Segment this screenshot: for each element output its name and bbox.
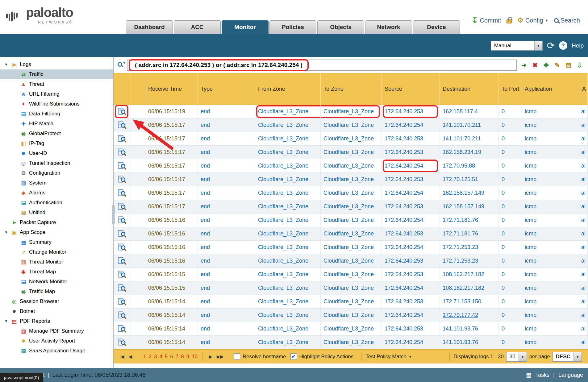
cell-action[interactable]: al bbox=[579, 132, 588, 145]
cell-source[interactable]: 172.64.240.253 bbox=[382, 295, 440, 308]
cell-from-zone[interactable]: Cloudflare_L3_Zone bbox=[255, 281, 321, 295]
cell-action[interactable]: al bbox=[579, 295, 588, 308]
cell-to-zone[interactable]: Cloudflare_L3_Zone bbox=[321, 159, 382, 172]
sidebar-item-unified[interactable]: ▦Unified bbox=[0, 208, 113, 218]
cell-source[interactable]: 172.64.240.253 bbox=[382, 227, 440, 240]
cell-to-zone[interactable]: Cloudflare_L3_Zone bbox=[321, 295, 382, 308]
cell-type[interactable]: end bbox=[198, 254, 255, 268]
sidebar-item-url-filtering[interactable]: ⊕URL Filtering bbox=[0, 89, 113, 99]
lock-icon[interactable] bbox=[507, 19, 512, 23]
cell-action[interactable]: al bbox=[579, 322, 588, 335]
export-logs-icon[interactable]: ⇩ bbox=[575, 61, 584, 69]
column-header-source[interactable]: Source bbox=[382, 73, 440, 105]
cell-source[interactable]: 172.64.240.253 bbox=[382, 173, 440, 186]
cell-destination[interactable]: 162.158.234.19 bbox=[440, 146, 499, 159]
refresh-icon[interactable]: ⟳ bbox=[547, 41, 555, 50]
column-header-to-port[interactable]: To Port bbox=[499, 73, 522, 105]
expand-collapse-triangle-icon[interactable]: ▼ bbox=[4, 230, 10, 235]
cell-action[interactable]: al bbox=[579, 227, 588, 240]
tab-policies[interactable]: Policies bbox=[269, 20, 316, 34]
cell-source[interactable]: 172.64.240.254 bbox=[382, 309, 440, 322]
sidebar-item-app-scope[interactable]: ▼▣App Scope bbox=[0, 227, 113, 237]
cell-action[interactable]: al bbox=[579, 105, 588, 118]
log-detail-magnifier-icon[interactable] bbox=[114, 200, 131, 213]
cell-type[interactable]: end bbox=[198, 159, 255, 172]
sidebar-item-threat-map[interactable]: ◉Threat Map bbox=[0, 267, 113, 277]
cell-to-zone[interactable]: Cloudflare_L3_Zone bbox=[321, 227, 382, 240]
cell-type[interactable]: end bbox=[198, 105, 255, 118]
cell-type[interactable]: end bbox=[198, 186, 255, 200]
page-number-6[interactable]: 6 bbox=[170, 354, 173, 359]
cell-to-port[interactable]: 0 bbox=[499, 105, 522, 118]
tab-objects[interactable]: Objects bbox=[317, 20, 364, 34]
cell-source[interactable]: 172.64.240.253 bbox=[382, 254, 440, 268]
cell-action[interactable]: al bbox=[579, 254, 588, 268]
log-detail-magnifier-icon[interactable] bbox=[114, 132, 131, 145]
cell-action[interactable]: al bbox=[579, 146, 588, 159]
cell-from-zone[interactable]: Cloudflare_L3_Zone bbox=[255, 309, 321, 322]
page-number-8[interactable]: 8 bbox=[181, 354, 184, 359]
page-number-1[interactable]: 1 bbox=[143, 354, 146, 359]
cell-to-port[interactable]: 0 bbox=[499, 200, 522, 213]
cell-to-zone[interactable]: Cloudflare_L3_Zone bbox=[321, 241, 382, 254]
cell-application[interactable]: icmp bbox=[522, 268, 579, 281]
add-filter-expression-icon[interactable]: ✚ bbox=[542, 61, 550, 69]
log-detail-magnifier-icon[interactable] bbox=[114, 254, 131, 268]
cell-from-zone[interactable]: Cloudflare_L3_Zone bbox=[255, 336, 321, 349]
column-header-type[interactable]: Type bbox=[198, 73, 255, 105]
per-page-select[interactable]: 30 ▼ bbox=[506, 352, 527, 362]
cell-type[interactable]: end bbox=[198, 214, 255, 227]
sidebar-item-change-monitor[interactable]: ↗Change Monitor bbox=[0, 247, 113, 257]
sidebar-item-traffic-map[interactable]: ◉Traffic Map bbox=[0, 287, 113, 297]
page-number-3[interactable]: 3 bbox=[154, 354, 157, 359]
cell-type[interactable]: end bbox=[198, 336, 255, 349]
apply-filter-icon[interactable]: ➜ bbox=[520, 61, 528, 69]
log-detail-magnifier-icon[interactable] bbox=[114, 186, 131, 200]
log-filter-input[interactable]: ( addr.src in 172.64.240.253 ) or ( addr… bbox=[127, 60, 517, 71]
cell-source[interactable]: 172.64.240.254 bbox=[382, 118, 440, 132]
sidebar-item-session-browser[interactable]: ◎Session Browser bbox=[0, 297, 113, 306]
cell-to-port[interactable]: 0 bbox=[499, 159, 522, 172]
highlight-policy-actions-checkbox[interactable]: ✔ bbox=[290, 353, 297, 360]
sidebar-item-authentication[interactable]: ▤Authentication bbox=[0, 198, 113, 208]
sidebar-item-manage-pdf-summary[interactable]: ▥Manage PDF Summary bbox=[0, 326, 113, 336]
cell-source[interactable]: 172.64.240.254 bbox=[382, 241, 440, 254]
cell-type[interactable]: end bbox=[198, 118, 255, 132]
cell-destination[interactable]: 172.71.181.76 bbox=[440, 214, 499, 227]
sidebar-item-user-id[interactable]: ☻User-ID bbox=[0, 148, 113, 158]
cell-to-zone[interactable]: Cloudflare_L3_Zone bbox=[321, 214, 382, 227]
log-detail-magnifier-icon[interactable] bbox=[114, 268, 131, 281]
sidebar-item-botnet[interactable]: ☻Botnet bbox=[0, 306, 113, 316]
cell-to-zone[interactable]: Cloudflare_L3_Zone bbox=[321, 132, 382, 145]
cell-to-port[interactable]: 0 bbox=[499, 118, 522, 132]
refresh-mode-select[interactable]: Manual ▼ bbox=[491, 41, 543, 51]
cell-source[interactable]: 172.64.240.254 bbox=[382, 281, 440, 295]
cell-type[interactable]: end bbox=[198, 241, 255, 254]
log-detail-magnifier-icon[interactable] bbox=[114, 227, 131, 240]
cell-to-zone[interactable]: Cloudflare_L3_Zone bbox=[321, 173, 382, 186]
cell-type[interactable]: end bbox=[198, 309, 255, 322]
sidebar-item-network-monitor[interactable]: ▤Network Monitor bbox=[0, 277, 113, 287]
commit-button[interactable]: ↧ Commit bbox=[472, 16, 501, 25]
sidebar-item-packet-capture[interactable]: ➤Packet Capture bbox=[0, 218, 113, 227]
cell-destination[interactable]: 172.71.253.23 bbox=[440, 254, 499, 268]
cell-application[interactable]: icmp bbox=[522, 214, 579, 227]
sidebar-item-user-activity-report[interactable]: ☻User Activity Report bbox=[0, 336, 113, 346]
cell-from-zone[interactable]: Cloudflare_L3_Zone bbox=[255, 322, 321, 335]
cell-action[interactable]: al bbox=[579, 200, 588, 213]
cell-to-zone[interactable]: Cloudflare_L3_Zone bbox=[321, 254, 382, 268]
sort-order-select[interactable]: DESC ▼ bbox=[553, 352, 582, 362]
cell-to-port[interactable]: 0 bbox=[499, 241, 522, 254]
cell-destination[interactable]: 172.71.181.76 bbox=[440, 227, 499, 240]
sidebar-item-tunnel-inspection[interactable]: ◎Tunnel Inspection bbox=[0, 158, 113, 168]
log-detail-magnifier-icon[interactable] bbox=[114, 295, 131, 308]
cell-action[interactable]: al bbox=[579, 281, 588, 295]
cell-to-zone[interactable]: Cloudflare_L3_Zone bbox=[321, 322, 382, 335]
log-detail-magnifier-icon[interactable] bbox=[114, 118, 131, 132]
cell-destination[interactable]: 108.162.217.182 bbox=[440, 268, 499, 281]
cell-to-port[interactable]: 0 bbox=[499, 173, 522, 186]
cell-type[interactable]: end bbox=[198, 322, 255, 335]
cell-application[interactable]: icmp bbox=[522, 146, 579, 159]
cell-to-port[interactable]: 0 bbox=[499, 281, 522, 295]
column-header-receive-time[interactable]: Receive Time bbox=[145, 73, 198, 105]
